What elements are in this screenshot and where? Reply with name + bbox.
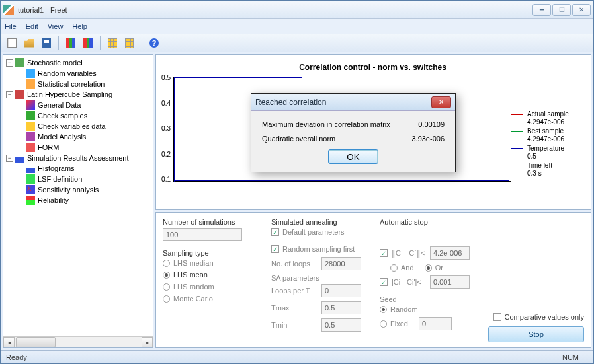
tree-node-check-vars[interactable]: Check variables data <box>5 121 151 131</box>
tree-node-form[interactable]: FORM <box>5 142 151 153</box>
checkbox-cici[interactable]: ✓ <box>380 278 388 286</box>
radio-lhs-median[interactable] <box>163 260 170 267</box>
menu-edit[interactable]: Edit <box>26 22 38 30</box>
legend-label: Temperature <box>527 145 564 152</box>
radio-label: Or <box>435 264 443 272</box>
menu-file[interactable]: File <box>5 22 17 30</box>
tree-label: Check samples <box>38 112 87 120</box>
cici-input[interactable] <box>430 275 470 289</box>
radio-seed-random[interactable] <box>380 306 387 313</box>
stop-button[interactable]: Stop <box>488 326 584 342</box>
checkbox-random-first[interactable]: ✓ <box>271 245 279 253</box>
legend-value: 0.3 s <box>527 170 542 177</box>
tree-node-histograms[interactable]: Histograms <box>5 163 151 174</box>
tree-node-model-analysis[interactable]: Model Analysis <box>5 131 151 142</box>
scroll-thumb[interactable] <box>16 337 56 347</box>
tmin-input[interactable] <box>321 318 361 332</box>
table2-button[interactable] <box>122 36 137 50</box>
maximize-button[interactable]: ☐ <box>552 4 571 16</box>
no-loops-label: No. of loops <box>271 260 318 268</box>
loops-per-t-input[interactable] <box>321 284 361 297</box>
tmin-label: Tmin <box>271 321 318 329</box>
histogram-icon <box>26 164 35 173</box>
num-simulations-input[interactable] <box>163 228 242 241</box>
tree-hscrollbar[interactable]: ◂ ▸ <box>3 336 153 347</box>
chart-icon <box>83 38 93 48</box>
legend-label: Time left <box>527 162 552 169</box>
checkbox-cc-norm[interactable]: ✓ <box>380 249 388 257</box>
tree-label: Check variables data <box>38 122 106 130</box>
save-button[interactable] <box>39 36 54 50</box>
tree-node-sensitivity[interactable]: Sensitivity analysis <box>5 184 151 195</box>
close-button[interactable]: ✕ <box>572 4 591 16</box>
reached-correlation-dialog: Reached correlation ✕ Maximum deviation … <box>251 93 456 172</box>
radio-or[interactable] <box>425 264 432 272</box>
tree-node-reliability[interactable]: Reliability <box>5 195 151 205</box>
radio-and[interactable] <box>390 264 398 272</box>
new-icon <box>7 38 17 48</box>
radio-label: LHS random <box>173 283 214 291</box>
menu-view[interactable]: View <box>48 22 64 30</box>
tree-label: LSF definition <box>38 175 82 183</box>
dialog-close-button[interactable]: ✕ <box>431 96 451 108</box>
tree-node-lhs[interactable]: −Latin Hypercube Sampling <box>5 89 151 100</box>
radio-seed-fixed[interactable] <box>380 320 387 328</box>
tree-panel: −Stochastic model Random variables Stati… <box>3 54 153 348</box>
open-icon <box>24 38 34 48</box>
status-ready: Ready <box>6 353 27 361</box>
tree-node-general-data[interactable]: General Data <box>5 100 151 110</box>
tree-label: Random variables <box>38 69 97 77</box>
scroll-right-arrow[interactable]: ▸ <box>142 337 153 347</box>
results-icon <box>15 153 24 163</box>
legend-label: Best sample <box>527 127 564 135</box>
checkbox-comparative[interactable]: ✓ <box>493 313 501 321</box>
auto-stop-label: Automatic stop <box>380 218 479 226</box>
collapse-icon[interactable]: − <box>6 155 13 162</box>
cc-norm-input[interactable] <box>430 246 470 260</box>
dialog-max-dev-value: 0.00109 <box>418 120 445 128</box>
tree-node-random-vars[interactable]: Random variables <box>5 68 151 79</box>
radio-lhs-random[interactable] <box>163 283 170 291</box>
table-icon <box>125 38 134 48</box>
tree-label: General Data <box>38 101 81 109</box>
radio-lhs-mean[interactable] <box>163 272 170 279</box>
dialog-titlebar[interactable]: Reached correlation ✕ <box>251 94 455 111</box>
tree-node-statistical-corr[interactable]: Statistical correlation <box>5 79 151 89</box>
stop-button-label: Stop <box>529 330 544 338</box>
new-button[interactable] <box>5 36 19 50</box>
tree-label: Statistical correlation <box>38 80 105 88</box>
no-loops-input[interactable] <box>321 257 361 270</box>
tree-node-check-samples[interactable]: Check samples <box>5 110 151 121</box>
num-simulations-label: Number of simulations <box>163 218 262 226</box>
minimize-button[interactable]: ━ <box>532 4 551 16</box>
seed-fixed-input[interactable] <box>419 317 452 330</box>
controls-panel: Number of simulations Sampling type LHS … <box>155 212 591 348</box>
model-icon <box>26 132 35 141</box>
collapse-icon[interactable]: − <box>6 59 13 67</box>
checkbox-default-params[interactable]: ✓ <box>271 228 279 236</box>
dialog-max-dev-label: Maximum deviation in correlation matrix <box>262 120 390 128</box>
status-num: NUM <box>553 353 588 361</box>
table1-button[interactable] <box>105 36 120 50</box>
dialog-ok-button[interactable]: OK <box>328 149 378 164</box>
book-icon <box>15 90 24 99</box>
toolbar-separator <box>58 36 59 50</box>
open-button[interactable] <box>22 36 36 50</box>
save-icon <box>42 38 51 48</box>
toolbar-separator <box>100 36 101 50</box>
scroll-left-arrow[interactable]: ◂ <box>3 337 15 347</box>
tree-node-stochastic[interactable]: −Stochastic model <box>5 57 151 68</box>
tmax-input[interactable] <box>321 301 361 314</box>
tree-node-sra[interactable]: −Simulation Results Assessment <box>5 153 151 163</box>
chart2-button[interactable] <box>81 36 95 50</box>
help-button[interactable]: ? <box>147 36 161 50</box>
collapse-icon[interactable]: − <box>6 91 13 98</box>
legend-swatch <box>511 148 523 149</box>
tree-label: Stochastic model <box>27 59 83 67</box>
menu-help[interactable]: Help <box>72 22 87 30</box>
tree-node-lsf[interactable]: LSF definition <box>5 174 151 184</box>
radio-label: Fixed <box>390 320 408 328</box>
chart1-button[interactable] <box>64 36 78 50</box>
radio-monte-carlo[interactable] <box>163 295 170 303</box>
seed-label: Seed <box>380 295 479 303</box>
